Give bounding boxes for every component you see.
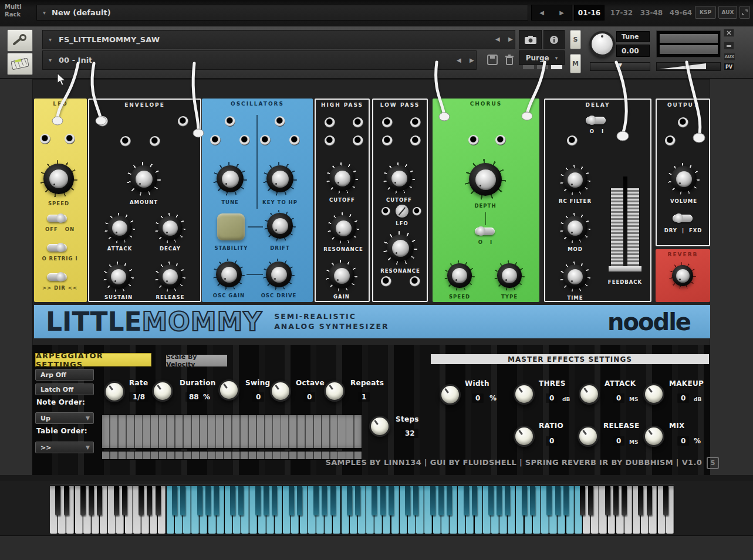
note-order-dropdown[interactable]: Up ▼: [35, 412, 94, 424]
minimize-icon[interactable]: [724, 42, 734, 50]
tune-knob[interactable]: [589, 31, 615, 57]
piano-key-black[interactable]: [405, 486, 410, 515]
piano-key-black[interactable]: [89, 486, 94, 515]
piano-key-black[interactable]: [580, 486, 585, 515]
swing-knob[interactable]: [218, 379, 239, 401]
chevron-down-icon[interactable]: ▾: [43, 9, 46, 16]
osc-drive-knob[interactable]: [263, 259, 295, 290]
midi-keyboard-button[interactable]: [7, 53, 33, 75]
piano-key-black[interactable]: [205, 486, 211, 515]
rate-knob[interactable]: [104, 381, 125, 402]
hp-cutoff-knob[interactable]: [326, 162, 358, 194]
lfo-speed-knob[interactable]: [40, 160, 77, 198]
output-volume-knob[interactable]: [668, 163, 700, 195]
osc-jack-1[interactable]: [225, 116, 235, 127]
piano-key-black[interactable]: [172, 486, 177, 515]
mix-knob[interactable]: [643, 426, 664, 447]
piano-key-black[interactable]: [313, 486, 319, 515]
aux-view-button[interactable]: AUX: [724, 53, 735, 61]
osc-jack-3[interactable]: [210, 135, 221, 145]
thres-knob[interactable]: [514, 383, 535, 405]
lp-lfo-jack-r[interactable]: [413, 207, 421, 216]
piano-key-black[interactable]: [347, 486, 352, 515]
piano-key-black[interactable]: [355, 486, 360, 515]
lfo-jack-1[interactable]: [40, 134, 50, 144]
envelope-decay-knob[interactable]: [155, 213, 185, 243]
next-preset-button[interactable]: ▶: [470, 57, 474, 63]
chorus-onoff-toggle[interactable]: [475, 228, 495, 235]
piano-key-black[interactable]: [272, 486, 277, 515]
solo-button[interactable]: S: [570, 30, 581, 49]
info-button[interactable]: [543, 30, 565, 49]
piano-key-black[interactable]: [613, 486, 619, 515]
piano-key-black[interactable]: [80, 486, 86, 515]
lfo-jack-2[interactable]: [65, 134, 75, 144]
piano-key-black[interactable]: [488, 486, 494, 515]
chevron-down-icon[interactable]: ▾: [49, 57, 52, 63]
hp-resonance-knob[interactable]: [327, 212, 359, 244]
lp-jack-2[interactable]: [410, 117, 421, 128]
piano-key-black[interactable]: [114, 486, 119, 515]
output-jack-2[interactable]: [665, 135, 676, 146]
piano-key-black[interactable]: [197, 486, 202, 515]
lp-cutoff-knob[interactable]: [383, 162, 415, 194]
piano-key-black[interactable]: [380, 486, 386, 515]
piano-key-black[interactable]: [372, 486, 377, 515]
instrument-name-bar[interactable]: ▾ FS_LITTLEMOMMY_SAW: [42, 30, 515, 49]
piano-key-black[interactable]: [255, 486, 261, 515]
page-tab-17-32[interactable]: 17-32: [607, 5, 636, 21]
fx-attack-knob[interactable]: [579, 383, 600, 405]
table-order-dropdown[interactable]: >> ▼: [35, 442, 94, 453]
chorus-depth-knob[interactable]: [465, 159, 506, 200]
piano-key-black[interactable]: [156, 486, 161, 515]
page-tab-01-16[interactable]: 01-16: [574, 5, 605, 21]
snapshot-camera-button[interactable]: [519, 30, 542, 49]
latch-off-button[interactable]: Latch Off: [35, 383, 94, 395]
next-instrument-button[interactable]: ▶: [508, 36, 513, 42]
piano-key-black[interactable]: [97, 486, 102, 515]
delay-rc-filter-knob[interactable]: [560, 165, 590, 195]
multi-name-field[interactable]: ▾ New (default): [36, 5, 528, 21]
preset-bar[interactable]: ▾ 00 - Init: [42, 50, 477, 70]
lp-jack-6[interactable]: [410, 276, 420, 287]
lp-jack-4[interactable]: [410, 135, 421, 146]
piano-key-black[interactable]: [464, 486, 469, 515]
hp-jack-3[interactable]: [325, 135, 335, 146]
piano-key-black[interactable]: [214, 486, 219, 515]
next-page-button[interactable]: ▶: [559, 9, 564, 16]
ratio-knob[interactable]: [514, 426, 535, 447]
osc-jack-5[interactable]: [260, 135, 271, 145]
piano-key-black[interactable]: [647, 486, 652, 515]
page-tab-49-64[interactable]: 49-64: [667, 5, 695, 21]
piano-key-black[interactable]: [605, 486, 610, 515]
hp-gain-knob[interactable]: [326, 260, 357, 291]
delay-jack-1[interactable]: [567, 135, 578, 146]
arp-off-button[interactable]: Arp Off: [35, 369, 94, 381]
piano-key-black[interactable]: [389, 486, 394, 515]
delay-onoff-toggle[interactable]: [586, 117, 606, 124]
lp-jack-1[interactable]: [382, 117, 393, 128]
chorus-jack-1[interactable]: [468, 135, 479, 145]
octave-knob[interactable]: [270, 381, 291, 402]
lp-jack-3[interactable]: [382, 135, 393, 146]
chorus-jack-2[interactable]: [495, 135, 506, 145]
mute-button[interactable]: M: [570, 54, 581, 73]
lp-jack-5[interactable]: [381, 276, 391, 287]
aux-button[interactable]: AUX: [718, 6, 737, 19]
repeats-knob[interactable]: [324, 381, 345, 402]
makeup-knob[interactable]: [643, 383, 664, 405]
piano-key-black[interactable]: [472, 486, 477, 515]
chorus-type-knob[interactable]: [494, 260, 525, 291]
piano-key-black[interactable]: [180, 486, 185, 515]
width-knob[interactable]: [440, 384, 461, 405]
osc-gain-knob[interactable]: [213, 259, 245, 290]
piano-key-black[interactable]: [55, 486, 60, 515]
piano-key-black[interactable]: [230, 486, 235, 515]
delay-time-knob[interactable]: [560, 262, 590, 292]
keyboard[interactable]: [50, 484, 674, 534]
piano-key-black[interactable]: [264, 486, 269, 515]
piano-key-black[interactable]: [447, 486, 452, 515]
piano-key-black[interactable]: [505, 486, 510, 515]
delay-mod-knob[interactable]: [560, 213, 590, 243]
piano-key-black[interactable]: [438, 486, 444, 515]
